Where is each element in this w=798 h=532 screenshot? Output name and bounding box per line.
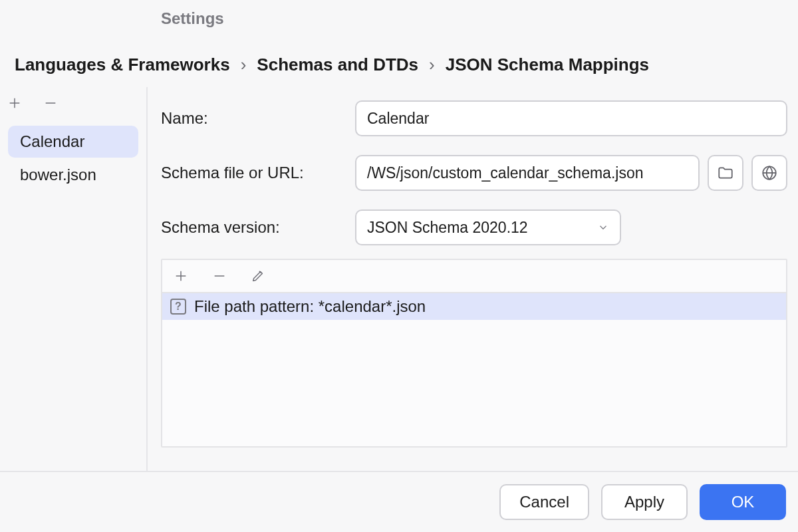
sidebar-item-label: Calendar <box>20 132 84 150</box>
schema-url-input[interactable] <box>355 155 700 191</box>
schema-url-label: Schema file or URL: <box>161 164 355 182</box>
main-panel: Name: Schema file or URL: <box>148 87 798 471</box>
globe-icon <box>761 164 778 182</box>
breadcrumb: Languages & Frameworks › Schemas and DTD… <box>0 28 798 87</box>
name-row: Name: <box>161 100 787 136</box>
browse-url-button[interactable] <box>751 155 787 191</box>
add-pattern-button[interactable] <box>170 265 192 287</box>
header: Settings <box>0 0 798 28</box>
cancel-button[interactable]: Cancel <box>499 484 589 520</box>
patterns-panel: ? File path pattern: *calendar*.json <box>161 259 787 448</box>
breadcrumb-item[interactable]: Schemas and DTDs <box>257 55 418 75</box>
chevron-down-icon <box>597 221 609 233</box>
add-mapping-button[interactable] <box>4 92 25 114</box>
remove-pattern-button[interactable] <box>209 265 230 287</box>
sidebar: Calendar bower.json <box>0 87 148 471</box>
edit-pattern-button[interactable] <box>247 265 269 287</box>
apply-button-label: Apply <box>624 493 664 511</box>
pattern-label: File path pattern: *calendar*.json <box>194 297 426 316</box>
chevron-right-icon: › <box>429 55 435 75</box>
mapping-list: Calendar bower.json <box>0 120 146 471</box>
sidebar-item-bowerjson[interactable]: bower.json <box>8 159 138 191</box>
schema-url-row: Schema file or URL: <box>161 155 787 191</box>
pattern-row[interactable]: ? File path pattern: *calendar*.json <box>162 293 786 320</box>
question-icon: ? <box>170 299 186 315</box>
schema-version-label: Schema version: <box>161 218 355 237</box>
sidebar-item-label: bower.json <box>20 166 96 184</box>
patterns-toolbar <box>162 260 786 293</box>
page-title: Settings <box>161 9 798 28</box>
settings-dialog: Settings Languages & Frameworks › Schema… <box>0 0 798 532</box>
cancel-button-label: Cancel <box>519 493 569 511</box>
pencil-icon <box>251 269 265 283</box>
form: Name: Schema file or URL: <box>148 87 798 448</box>
name-label: Name: <box>161 109 355 128</box>
breadcrumb-item[interactable]: JSON Schema Mappings <box>446 55 649 75</box>
name-input[interactable] <box>355 100 787 136</box>
select-value: JSON Schema 2020.12 <box>367 219 528 237</box>
breadcrumb-item[interactable]: Languages & Frameworks <box>15 55 230 75</box>
minus-icon <box>43 96 58 110</box>
remove-mapping-button[interactable] <box>40 92 61 114</box>
plus-icon <box>174 269 188 283</box>
browse-file-button[interactable] <box>708 155 743 191</box>
ok-button[interactable]: OK <box>700 484 786 520</box>
folder-icon <box>717 164 734 182</box>
dialog-footer: Cancel Apply OK <box>0 471 798 532</box>
sidebar-toolbar <box>0 87 146 120</box>
apply-button[interactable]: Apply <box>601 484 688 520</box>
schema-version-select[interactable]: JSON Schema 2020.12 <box>355 209 621 245</box>
chevron-right-icon: › <box>241 55 247 75</box>
ok-button-label: OK <box>732 493 755 511</box>
content: Calendar bower.json Name: Schema file or… <box>0 87 798 471</box>
plus-icon <box>7 96 22 110</box>
schema-version-row: Schema version: JSON Schema 2020.12 <box>161 209 787 245</box>
sidebar-item-calendar[interactable]: Calendar <box>8 126 138 158</box>
minus-icon <box>212 269 227 283</box>
